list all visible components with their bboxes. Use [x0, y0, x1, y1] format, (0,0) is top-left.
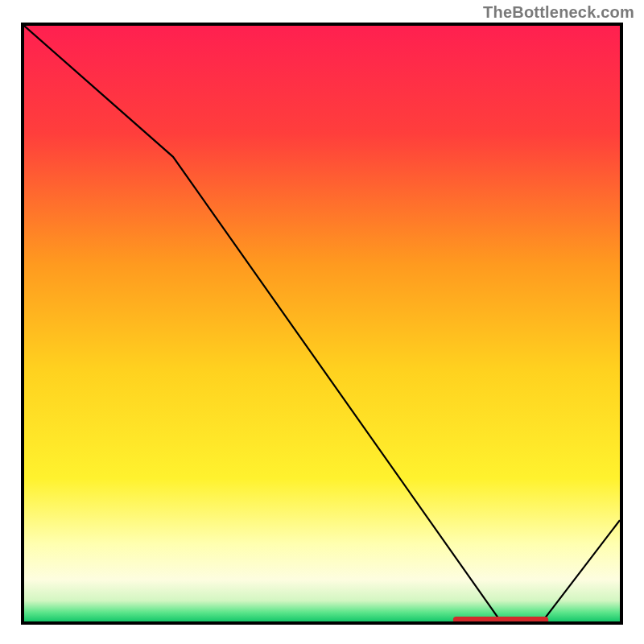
- gradient-background: [24, 26, 620, 621]
- chart-container: TheBottleneck.com: [0, 0, 644, 644]
- plot-frame: [21, 23, 623, 625]
- attribution-text: TheBottleneck.com: [483, 3, 634, 22]
- chart-svg: [24, 26, 620, 621]
- optimal-range-marker: [453, 617, 548, 621]
